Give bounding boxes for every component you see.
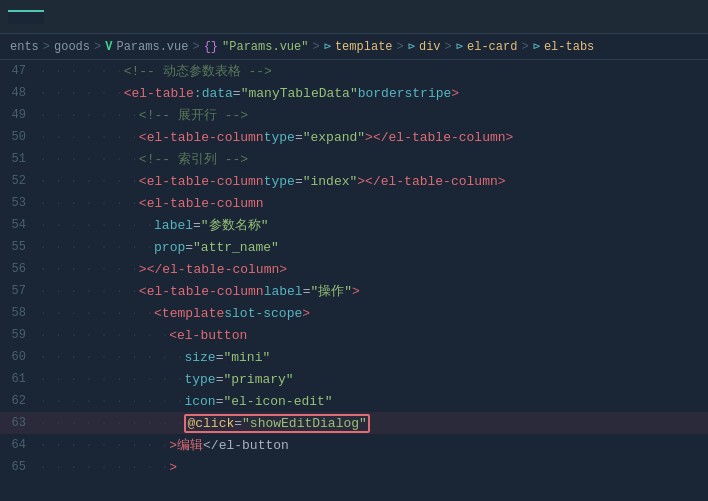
- code-lines: 47· · · · · · <!-- 动态参数表格 -->48· · · · ·…: [0, 60, 708, 478]
- indent-dots: · · · · · · ·: [40, 285, 139, 297]
- plain-token: =: [185, 240, 193, 255]
- tag-token: <el-table: [124, 86, 194, 101]
- breadcrumb-filename: Params.vue: [116, 40, 188, 54]
- editor-area: 47· · · · · · <!-- 动态参数表格 -->48· · · · ·…: [0, 60, 708, 501]
- indent-dots: · · · · · · ·: [40, 153, 139, 165]
- line-number: 57: [0, 284, 36, 298]
- indent-dots: · · · · · · ·: [40, 131, 139, 143]
- line-code: · · · · · · <el-table :data="manyTableDa…: [36, 86, 708, 101]
- plain-token: </el-button: [203, 438, 289, 453]
- value-token: "mini": [223, 350, 270, 365]
- plain-token: =: [216, 372, 224, 387]
- line-code: · · · · · · · <el-table-column type="ind…: [36, 174, 708, 189]
- indent-dots: · · · · · · ·: [40, 263, 139, 275]
- line-code: · · · · · · · · <template slot-scope>: [36, 306, 708, 321]
- comment-token: <!-- 动态参数表格 -->: [124, 62, 272, 80]
- breadcrumb-arrow3: ⊳: [456, 39, 463, 54]
- line-code: · · · · · · · · prop="attr_name": [36, 240, 708, 255]
- comment-token: <!-- 展开行 -->: [139, 106, 248, 124]
- value-token: "primary": [223, 372, 293, 387]
- breadcrumb-sep6: >: [445, 40, 452, 54]
- code-line-60: 60· · · · · · · · · · size="mini": [0, 346, 708, 368]
- indent-dots: · · · · · · · · · ·: [40, 417, 184, 429]
- line-number: 51: [0, 152, 36, 166]
- breadcrumb-sep1: >: [43, 40, 50, 54]
- plain-token: =: [295, 130, 303, 145]
- code-line-57: 57· · · · · · · <el-table-column label="…: [0, 280, 708, 302]
- indent-dots: · · · · · · · · ·: [40, 329, 169, 341]
- line-number: 49: [0, 108, 36, 122]
- event-binding-highlight: @click="showEditDialog": [184, 414, 369, 433]
- breadcrumb-el-card: el-card: [467, 40, 517, 54]
- breadcrumb: ents > goods > V Params.vue > {} "Params…: [0, 34, 708, 60]
- attr-token: label: [264, 284, 303, 299]
- line-number: 48: [0, 86, 36, 100]
- breadcrumb-div: div: [419, 40, 441, 54]
- indent-dots: · · · · · ·: [40, 65, 124, 77]
- value-token: "操作": [310, 282, 352, 300]
- code-line-53: 53· · · · · · · <el-table-column: [0, 192, 708, 214]
- tab-bar: [0, 0, 708, 34]
- code-line-65: 65· · · · · · · · · >: [0, 456, 708, 478]
- line-code: · · · · · · · <!-- 展开行 -->: [36, 106, 708, 124]
- breadcrumb-sep2: >: [94, 40, 101, 54]
- line-number: 50: [0, 130, 36, 144]
- attr-token: icon: [184, 394, 215, 409]
- line-code: · · · · · · · · label="参数名称": [36, 216, 708, 234]
- tag-token: >: [302, 306, 310, 321]
- plain-token: =: [303, 284, 311, 299]
- value-token: "参数名称": [201, 216, 269, 234]
- code-line-48: 48· · · · · · <el-table :data="manyTable…: [0, 82, 708, 104]
- plain-token: =: [216, 394, 224, 409]
- breadcrumb-goods: goods: [54, 40, 90, 54]
- code-line-64: 64· · · · · · · · · >编辑</el-button: [0, 434, 708, 456]
- code-line-59: 59· · · · · · · · · <el-button: [0, 324, 708, 346]
- line-number: 52: [0, 174, 36, 188]
- code-line-51: 51· · · · · · · <!-- 索引列 -->: [0, 148, 708, 170]
- line-code: · · · · · · · <el-table-column: [36, 196, 708, 211]
- breadcrumb-el-tabs: el-tabs: [544, 40, 594, 54]
- attr-token: type: [264, 174, 295, 189]
- tag-token: >: [352, 284, 360, 299]
- line-code: · · · · · · · ></el-table-column>: [36, 262, 708, 277]
- indent-dots: · · · · · · · · · ·: [40, 351, 184, 363]
- attr-token: :data: [194, 86, 233, 101]
- code-line-63: 63· · · · · · · · · · @click="showEditDi…: [0, 412, 708, 434]
- value-token: "manyTableData": [241, 86, 358, 101]
- breadcrumb-arrow2: ⊳: [408, 39, 415, 54]
- indent-dots: · · · · · · ·: [40, 109, 139, 121]
- code-line-56: 56· · · · · · · ></el-table-column>: [0, 258, 708, 280]
- line-code: · · · · · · · <!-- 索引列 -->: [36, 150, 708, 168]
- line-number: 47: [0, 64, 36, 78]
- plain-token: =: [193, 218, 201, 233]
- attr-token: border: [358, 86, 405, 101]
- indent-dots: · · · · · · · ·: [40, 219, 154, 231]
- attr-token: prop: [154, 240, 185, 255]
- value-token: "attr_name": [193, 240, 279, 255]
- line-code: · · · · · · · · · >: [36, 460, 708, 475]
- tab-params-vue[interactable]: [8, 10, 44, 24]
- breadcrumb-template: template: [335, 40, 393, 54]
- code-line-55: 55· · · · · · · · prop="attr_name": [0, 236, 708, 258]
- line-code: · · · · · · · · · · size="mini": [36, 350, 708, 365]
- indent-dots: · · · · · · · · · ·: [40, 395, 184, 407]
- attr-token: type: [184, 372, 215, 387]
- tag-token: </el-table-column>: [365, 174, 505, 189]
- line-code: · · · · · · · <el-table-column type="exp…: [36, 130, 708, 145]
- tag-token: <el-table-column: [139, 130, 264, 145]
- attr-token: label: [154, 218, 193, 233]
- plain-token: =: [216, 350, 224, 365]
- tag-token: >: [357, 174, 365, 189]
- breadcrumb-vue-icon: V: [105, 40, 112, 54]
- breadcrumb-sep3: >: [192, 40, 199, 54]
- line-number: 63: [0, 416, 36, 430]
- code-line-61: 61· · · · · · · · · · type="primary": [0, 368, 708, 390]
- tag-token: >: [169, 460, 177, 475]
- breadcrumb-sep4: >: [312, 40, 319, 54]
- attr-token: size: [184, 350, 215, 365]
- plain-token: =: [295, 174, 303, 189]
- line-code: · · · · · · · · · · @click="showEditDial…: [36, 416, 708, 431]
- tag-token: ></el-table-column>: [139, 262, 287, 277]
- tag-token: <el-table-column: [139, 284, 264, 299]
- event-value-token: "showEditDialog": [242, 416, 367, 431]
